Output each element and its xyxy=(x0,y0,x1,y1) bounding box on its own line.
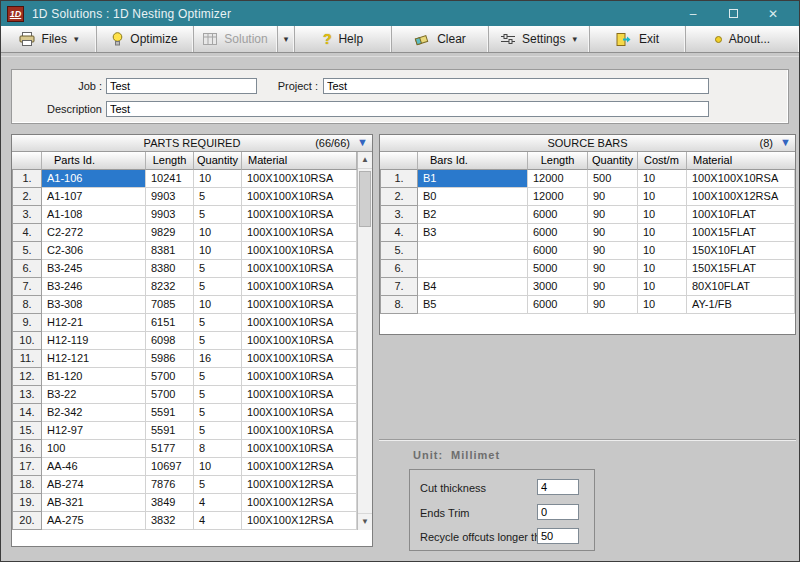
part-length-cell[interactable]: 5591 xyxy=(146,422,194,440)
part-id-cell[interactable]: A1-108 xyxy=(42,206,146,224)
source-col-length[interactable]: Length xyxy=(528,152,588,170)
bar-id-cell[interactable]: B0 xyxy=(418,188,528,206)
bar-quantity-cell[interactable]: 90 xyxy=(588,260,638,278)
parts-col-material[interactable]: Material xyxy=(242,152,357,170)
part-length-cell[interactable]: 9903 xyxy=(146,188,194,206)
part-length-cell[interactable]: 5591 xyxy=(146,404,194,422)
part-length-cell[interactable]: 9903 xyxy=(146,206,194,224)
part-material-cell[interactable]: 100X100X10RSA xyxy=(242,404,357,422)
row-number-cell[interactable]: 11. xyxy=(12,350,42,368)
part-quantity-cell[interactable]: 5 xyxy=(194,260,242,278)
part-id-cell[interactable]: C2-306 xyxy=(42,242,146,260)
bar-length-cell[interactable]: 6000 xyxy=(528,224,588,242)
recycle-offcuts-input[interactable] xyxy=(537,528,579,544)
bar-cost-cell[interactable]: 10 xyxy=(638,188,687,206)
bar-quantity-cell[interactable]: 90 xyxy=(588,296,638,314)
part-material-cell[interactable]: 100X100X10RSA xyxy=(242,332,357,350)
bar-quantity-cell[interactable]: 90 xyxy=(588,242,638,260)
bar-length-cell[interactable]: 6000 xyxy=(528,206,588,224)
row-number-cell[interactable]: 4. xyxy=(380,224,418,242)
bar-id-cell[interactable]: B3 xyxy=(418,224,528,242)
part-quantity-cell[interactable]: 10 xyxy=(194,296,242,314)
source-collapse-arrow[interactable]: ▼ xyxy=(780,136,791,148)
row-number-cell[interactable]: 5. xyxy=(12,242,42,260)
maximize-button[interactable] xyxy=(713,7,753,21)
part-length-cell[interactable]: 8381 xyxy=(146,242,194,260)
part-id-cell[interactable]: H12-97 xyxy=(42,422,146,440)
part-quantity-cell[interactable]: 5 xyxy=(194,332,242,350)
part-material-cell[interactable]: 100X100X10RSA xyxy=(242,242,357,260)
row-number-cell[interactable]: 19. xyxy=(12,494,42,512)
part-length-cell[interactable]: 3832 xyxy=(146,512,194,530)
part-id-cell[interactable]: 100 xyxy=(42,440,146,458)
bar-cost-cell[interactable]: 10 xyxy=(638,224,687,242)
row-number-cell[interactable]: 10. xyxy=(12,332,42,350)
bar-material-cell[interactable]: 100X10FLAT xyxy=(687,206,795,224)
row-number-cell[interactable]: 7. xyxy=(12,278,42,296)
source-col-quantity[interactable]: Quantity xyxy=(588,152,638,170)
part-id-cell[interactable]: C2-272 xyxy=(42,224,146,242)
part-material-cell[interactable]: 100X100X12RSA xyxy=(242,512,357,530)
part-id-cell[interactable]: B3-246 xyxy=(42,278,146,296)
solution-button[interactable]: Solution xyxy=(194,26,278,52)
part-quantity-cell[interactable]: 16 xyxy=(194,350,242,368)
files-button[interactable]: Files ▾ xyxy=(1,26,97,52)
part-quantity-cell[interactable]: 4 xyxy=(194,512,242,530)
bar-material-cell[interactable]: 80X10FLAT xyxy=(687,278,795,296)
scrollbar-up-button[interactable]: ▲ xyxy=(358,152,372,169)
help-button[interactable]: ? Help xyxy=(295,26,392,52)
part-length-cell[interactable]: 6151 xyxy=(146,314,194,332)
part-material-cell[interactable]: 100X100X10RSA xyxy=(242,206,357,224)
bar-quantity-cell[interactable]: 90 xyxy=(588,206,638,224)
part-quantity-cell[interactable]: 8 xyxy=(194,440,242,458)
project-input[interactable] xyxy=(323,78,709,94)
bar-length-cell[interactable]: 6000 xyxy=(528,242,588,260)
part-material-cell[interactable]: 100X100X10RSA xyxy=(242,368,357,386)
part-material-cell[interactable]: 100X100X10RSA xyxy=(242,422,357,440)
ends-trim-input[interactable] xyxy=(537,504,579,520)
bar-length-cell[interactable]: 5000 xyxy=(528,260,588,278)
part-length-cell[interactable]: 5177 xyxy=(146,440,194,458)
part-material-cell[interactable]: 100X100X10RSA xyxy=(242,296,357,314)
part-length-cell[interactable]: 5700 xyxy=(146,386,194,404)
solution-dropdown-button[interactable]: ▾ xyxy=(278,26,295,52)
part-length-cell[interactable]: 8380 xyxy=(146,260,194,278)
bar-cost-cell[interactable]: 10 xyxy=(638,278,687,296)
row-number-cell[interactable]: 6. xyxy=(380,260,418,278)
bar-material-cell[interactable]: AY-1/FB xyxy=(687,296,795,314)
row-number-cell[interactable]: 6. xyxy=(12,260,42,278)
part-material-cell[interactable]: 100X100X12RSA xyxy=(242,476,357,494)
part-id-cell[interactable]: H12-21 xyxy=(42,314,146,332)
bar-id-cell[interactable]: B1 xyxy=(418,170,528,188)
scrollbar-thumb[interactable] xyxy=(359,171,371,227)
bar-material-cell[interactable]: 100X100X12RSA xyxy=(687,188,795,206)
part-id-cell[interactable]: AB-274 xyxy=(42,476,146,494)
part-material-cell[interactable]: 100X100X10RSA xyxy=(242,350,357,368)
bar-material-cell[interactable]: 150X10FLAT xyxy=(687,242,795,260)
bar-quantity-cell[interactable]: 90 xyxy=(588,278,638,296)
source-col-id[interactable]: Bars Id. xyxy=(418,152,528,170)
parts-col-quantity[interactable]: Quantity xyxy=(194,152,242,170)
clear-button[interactable]: Clear xyxy=(392,26,489,52)
part-length-cell[interactable]: 9829 xyxy=(146,224,194,242)
row-number-cell[interactable]: 20. xyxy=(12,512,42,530)
part-material-cell[interactable]: 100X100X10RSA xyxy=(242,278,357,296)
bar-length-cell[interactable]: 12000 xyxy=(528,170,588,188)
parts-col-id[interactable]: Parts Id. xyxy=(42,152,146,170)
part-length-cell[interactable]: 3849 xyxy=(146,494,194,512)
part-quantity-cell[interactable]: 5 xyxy=(194,404,242,422)
part-quantity-cell[interactable]: 5 xyxy=(194,188,242,206)
part-quantity-cell[interactable]: 10 xyxy=(194,224,242,242)
part-material-cell[interactable]: 100X100X12RSA xyxy=(242,458,357,476)
source-col-material[interactable]: Material xyxy=(687,152,795,170)
part-id-cell[interactable]: H12-121 xyxy=(42,350,146,368)
part-length-cell[interactable]: 10241 xyxy=(146,170,194,188)
parts-col-length[interactable]: Length xyxy=(146,152,194,170)
row-number-cell[interactable]: 2. xyxy=(380,188,418,206)
row-number-cell[interactable]: 14. xyxy=(12,404,42,422)
part-id-cell[interactable]: AA-46 xyxy=(42,458,146,476)
row-number-cell[interactable]: 8. xyxy=(380,296,418,314)
part-length-cell[interactable]: 5986 xyxy=(146,350,194,368)
part-quantity-cell[interactable]: 5 xyxy=(194,368,242,386)
row-number-cell[interactable]: 18. xyxy=(12,476,42,494)
